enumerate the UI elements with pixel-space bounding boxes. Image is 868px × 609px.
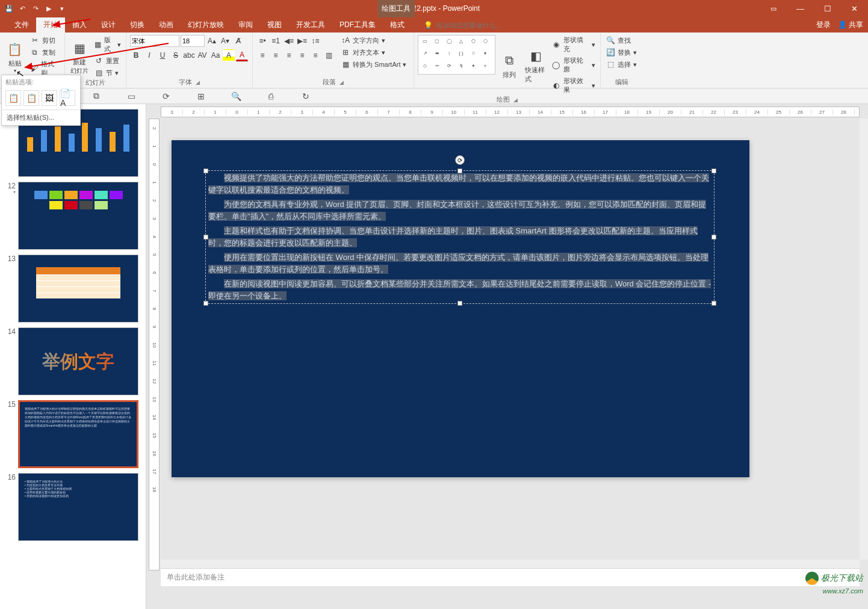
undo-icon[interactable]: ↶: [17, 4, 28, 14]
strikethrough-button[interactable]: S: [170, 49, 182, 61]
replace-button[interactable]: 🔄替换▾: [604, 47, 639, 58]
resize-handle[interactable]: [203, 168, 208, 173]
slide-thumbnail-panel[interactable]: 12* 13 14 举例文字 15 视频提供了功能强大的方法帮助您证明您的观点当…: [0, 104, 146, 609]
qat-icon-7[interactable]: ↻: [300, 90, 312, 102]
dialog-launcher-icon[interactable]: ◢: [196, 79, 200, 85]
shadow-button[interactable]: abc: [183, 49, 195, 61]
align-center-button[interactable]: ≡: [270, 49, 282, 61]
convert-smartart-button[interactable]: ▦转换为 SmartArt▾: [339, 59, 408, 70]
paste-option-text-only[interactable]: 📄A: [60, 90, 75, 106]
tab-view[interactable]: 视图: [260, 17, 289, 32]
tell-me[interactable]: 💡: [424, 21, 527, 29]
shape-outline-button[interactable]: ◯形状轮廓▾: [550, 55, 597, 75]
slide-thumbnail-14[interactable]: 举例文字: [18, 327, 138, 395]
paste-special-button[interactable]: 选择性粘贴(S)...: [2, 110, 80, 125]
shape-effects-button[interactable]: ◐形状效果▾: [550, 76, 597, 95]
qat-icon-1[interactable]: ⧉: [90, 90, 102, 102]
resize-handle[interactable]: [711, 168, 716, 173]
tell-me-input[interactable]: [436, 22, 527, 29]
resize-handle[interactable]: [457, 301, 462, 306]
increase-indent-button[interactable]: ▶≡: [296, 35, 308, 47]
slide-text-p2[interactable]: 为使您的文档具有专业外观，Word 提供了页眉、页脚、封面和文本框设计，这些设计…: [206, 197, 714, 224]
resize-handle[interactable]: [203, 301, 208, 306]
shape-fill-button[interactable]: ◉形状填充▾: [550, 35, 597, 54]
dialog-launcher-icon[interactable]: ◢: [339, 79, 344, 85]
align-text-button[interactable]: ⊞对齐文本▾: [339, 47, 408, 58]
qat-icon-4[interactable]: ⊞: [195, 90, 207, 102]
dialog-launcher-icon[interactable]: ◢: [513, 97, 518, 103]
horizontal-scrollbar[interactable]: [161, 560, 860, 568]
current-slide[interactable]: ⟳ 视频提供了功能强大的方法帮助您证明您的观点。当您单击联机视频时，可以在想要添…: [172, 140, 749, 477]
font-color-button[interactable]: A: [236, 49, 248, 61]
increase-font-icon[interactable]: A▴: [206, 35, 218, 47]
highlight-button[interactable]: A: [223, 49, 235, 61]
slide-text-p3[interactable]: 主题和样式也有助于文档保持协调。当您单击设计并选择新的主题时，图片、图表或 Sm…: [206, 224, 714, 250]
tab-developer[interactable]: 开发工具: [289, 17, 332, 32]
char-spacing-button[interactable]: AV: [196, 49, 208, 61]
distributed-button[interactable]: ≡: [309, 49, 321, 61]
select-button[interactable]: ⬚选择▾: [604, 59, 639, 70]
text-direction-button[interactable]: ↕A文字方向▾: [339, 35, 408, 46]
vertical-scrollbar[interactable]: [860, 119, 868, 560]
slide-thumbnail-15-selected[interactable]: 视频提供了功能强大的方法帮助您证明您的观点当您单击联机视频时可以在想要添加的视频…: [18, 400, 138, 468]
vertical-ruler[interactable]: 210123456789101112131415161718: [149, 119, 160, 570]
slide-text-p4[interactable]: 使用在需要位置出现的新按钮在 Word 中保存时间。若要更改图片适应文档的方式，…: [206, 250, 714, 277]
bullets-button[interactable]: ≡•: [256, 35, 268, 47]
section-button[interactable]: ▤节▾: [93, 67, 122, 78]
qat-icon-3[interactable]: ⟳: [160, 90, 172, 102]
paste-option-dest-theme[interactable]: 📋: [5, 90, 21, 106]
shapes-gallery[interactable]: ▭▢◯△⬠⬡ ↗⬌↕{ }☆▾ ◇⬰⟳↯✦▿: [418, 35, 495, 75]
copy-button[interactable]: ⧉复制: [29, 47, 61, 58]
reset-button[interactable]: ↺重置: [93, 55, 122, 66]
tab-transitions[interactable]: 切换: [123, 17, 152, 32]
slide-thumbnail-12[interactable]: [18, 182, 138, 250]
horizontal-ruler[interactable]: 3210123456789101112131415161718192021222…: [161, 107, 860, 117]
notes-pane[interactable]: 单击此处添加备注: [161, 568, 860, 586]
resize-handle[interactable]: [711, 235, 716, 240]
resize-handle[interactable]: [203, 235, 208, 240]
justify-button[interactable]: ≡: [296, 49, 308, 61]
minimize-button[interactable]: —: [787, 0, 814, 17]
tab-insert[interactable]: 插入: [65, 17, 94, 32]
resize-handle[interactable]: [711, 301, 716, 306]
maximize-button[interactable]: ☐: [814, 0, 841, 17]
paste-option-keep-source[interactable]: 📋: [23, 90, 39, 106]
tab-file[interactable]: 文件: [7, 17, 36, 32]
tab-format[interactable]: 格式: [383, 17, 412, 32]
layout-button[interactable]: ▦版式▾: [93, 35, 122, 54]
change-case-button[interactable]: Aa: [209, 49, 222, 61]
textbox-selected[interactable]: ⟳ 视频提供了功能强大的方法帮助您证明您的观点。当您单击联机视频时，可以在想要添…: [205, 170, 715, 304]
tab-review[interactable]: 审阅: [231, 17, 260, 32]
cut-button[interactable]: ✂剪切: [29, 35, 61, 46]
login-link[interactable]: 登录: [816, 20, 831, 30]
quick-styles-button[interactable]: ◧快速样式: [524, 35, 548, 95]
tab-pdf[interactable]: PDF工具集: [332, 17, 383, 32]
start-from-beginning-icon[interactable]: ▶: [43, 4, 54, 14]
share-button[interactable]: 👤 共享: [838, 20, 863, 30]
bold-button[interactable]: B: [130, 49, 142, 61]
slide-text-p1[interactable]: 视频提供了功能强大的方法帮助您证明您的观点。当您单击联机视频时，可以在想要添加的…: [206, 171, 714, 197]
resize-handle[interactable]: [457, 168, 462, 173]
new-slide-button[interactable]: ▦ 新建 幻灯片: [69, 35, 90, 78]
redo-icon[interactable]: ↷: [30, 4, 41, 14]
font-size-input[interactable]: [181, 35, 205, 47]
italic-button[interactable]: I: [143, 49, 155, 61]
close-button[interactable]: ✕: [841, 0, 868, 17]
numbering-button[interactable]: ≡1: [270, 35, 282, 47]
columns-button[interactable]: ▥: [323, 49, 335, 61]
slide-thumbnail-16[interactable]: • 视频提供了功能强大的方法• 为使您的文档具有专业外观• 主题和样式也有助于文…: [18, 473, 138, 541]
decrease-font-icon[interactable]: A▾: [219, 35, 231, 47]
qat-icon-5[interactable]: 🔍: [230, 90, 242, 102]
arrange-button[interactable]: ⧉排列: [498, 35, 522, 95]
qat-more-icon[interactable]: ▾: [57, 4, 67, 14]
underline-button[interactable]: U: [157, 49, 169, 61]
tab-animations[interactable]: 动画: [152, 17, 181, 32]
ribbon-display-icon[interactable]: ▭: [760, 0, 787, 17]
find-button[interactable]: 🔍查找: [604, 35, 639, 46]
tab-slideshow[interactable]: 幻灯片放映: [181, 17, 231, 32]
slide-text-p5[interactable]: 在新的阅读视图中阅读更加容易。可以折叠文档某些部分并关注所需文本。如果在达到结尾…: [206, 277, 714, 303]
clear-format-icon[interactable]: A̸: [232, 35, 244, 47]
decrease-indent-button[interactable]: ◀≡: [283, 35, 295, 47]
tab-home[interactable]: 开始: [36, 17, 65, 32]
qat-icon-6[interactable]: ⎙: [265, 90, 277, 102]
